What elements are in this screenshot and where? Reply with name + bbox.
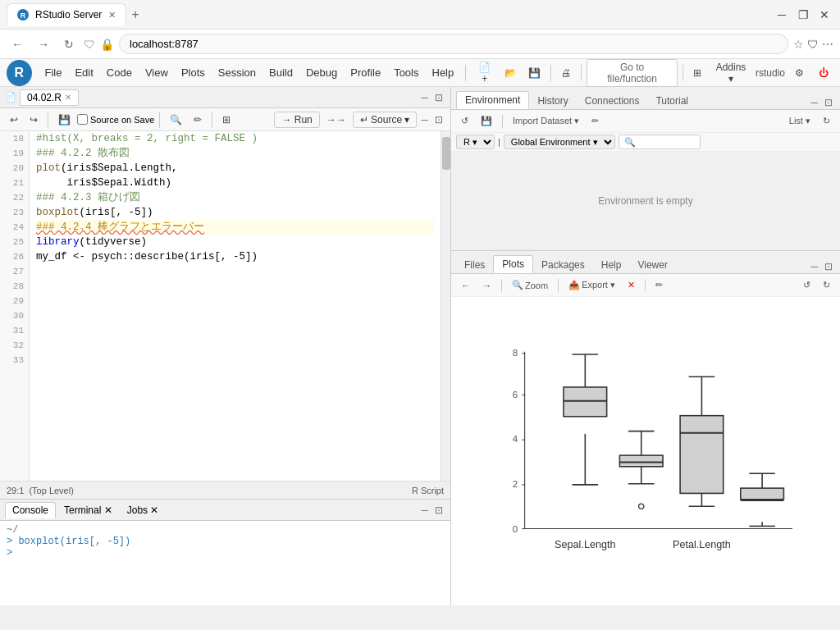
save-file-button[interactable]: 💾 bbox=[53, 112, 75, 128]
svg-text:6: 6 bbox=[513, 390, 518, 399]
forward-button[interactable]: → bbox=[33, 36, 54, 52]
window-controls: ─ ❐ ✕ bbox=[773, 6, 833, 24]
env-maximize-button[interactable]: ⊡ bbox=[822, 96, 835, 109]
terminal-tab[interactable]: Terminal ✕ bbox=[57, 503, 119, 518]
svg-rect-23 bbox=[619, 455, 663, 467]
editor-maximize-button[interactable]: ⊡ bbox=[432, 91, 445, 104]
menu-bar: FileEditCodeViewPlotsSessionBuildDebugPr… bbox=[39, 64, 461, 81]
code-format-button[interactable]: ⊞ bbox=[217, 112, 235, 128]
code-line: iris$Sepal.Width) bbox=[36, 176, 434, 190]
plots-refresh-button[interactable]: ↺ bbox=[798, 278, 815, 292]
tab-connections[interactable]: Connections bbox=[577, 93, 648, 109]
new-tab-button[interactable]: + bbox=[126, 7, 144, 22]
grid-button[interactable]: ⊞ bbox=[688, 65, 706, 81]
tab-viewer[interactable]: Viewer bbox=[629, 257, 675, 273]
maximize-button[interactable]: ❐ bbox=[794, 6, 812, 24]
menu-view[interactable]: View bbox=[139, 64, 175, 81]
code-toolbar-maximize[interactable]: ⊡ bbox=[432, 113, 445, 126]
shield-account-icon[interactable]: 🛡 bbox=[807, 38, 819, 51]
plots-options-button[interactable]: ↻ bbox=[818, 278, 835, 292]
tab-files[interactable]: Files bbox=[456, 257, 493, 273]
close-button[interactable]: ✕ bbox=[815, 6, 833, 24]
console-minimize-button[interactable]: ─ bbox=[418, 504, 431, 517]
console-content[interactable]: ~/ > boxplot(iris[, -5]) > bbox=[0, 521, 450, 605]
user-label: rstudio bbox=[756, 67, 785, 79]
brush-button[interactable]: ✏ bbox=[651, 278, 668, 292]
tab-plots[interactable]: Plots bbox=[493, 255, 533, 273]
search-button[interactable]: 🔍 bbox=[165, 112, 187, 128]
env-refresh2-button[interactable]: ↻ bbox=[818, 114, 835, 128]
menu-debug[interactable]: Debug bbox=[299, 64, 344, 81]
run-next-button[interactable]: →→ bbox=[322, 112, 351, 128]
tab-close-button[interactable]: ✕ bbox=[108, 10, 116, 21]
status-bar: 29:1 (Top Level) R Script bbox=[0, 481, 450, 499]
browser-titlebar: R RStudio Server ✕ + ─ ❐ ✕ bbox=[0, 0, 840, 30]
power-button[interactable]: ⏻ bbox=[814, 65, 833, 81]
source-on-save-checkbox[interactable] bbox=[77, 114, 88, 125]
goto-input[interactable]: Go to file/function bbox=[587, 59, 678, 87]
tab-packages[interactable]: Packages bbox=[533, 257, 593, 273]
plot-forward-button[interactable]: → bbox=[477, 279, 496, 292]
env-brush-button[interactable]: ✏ bbox=[587, 114, 604, 128]
menu-icon[interactable]: ⋯ bbox=[822, 38, 833, 51]
redo-button[interactable]: ↪ bbox=[25, 112, 43, 128]
editor-minimize-button[interactable]: ─ bbox=[418, 91, 431, 104]
save-button[interactable]: 💾 bbox=[523, 65, 546, 81]
env-save-button[interactable]: 💾 bbox=[476, 114, 497, 128]
svg-text:Petal.Length: Petal.Length bbox=[673, 539, 731, 550]
tab-history[interactable]: History bbox=[529, 93, 576, 109]
menu-code[interactable]: Code bbox=[100, 64, 139, 81]
code-toolbar-minimize[interactable]: ─ bbox=[418, 113, 431, 126]
menu-help[interactable]: Help bbox=[426, 64, 461, 81]
menu-build[interactable]: Build bbox=[262, 64, 299, 81]
menu-profile[interactable]: Profile bbox=[344, 64, 387, 81]
scroll-thumb[interactable] bbox=[442, 137, 450, 170]
magic-button[interactable]: ✏ bbox=[189, 112, 207, 128]
editor-file-tab[interactable]: 04.02.R ✕ bbox=[20, 89, 79, 106]
console-tab[interactable]: Console bbox=[5, 502, 56, 518]
import-dataset-button[interactable]: Import Dataset ▾ bbox=[508, 114, 584, 128]
env-search-input[interactable] bbox=[619, 135, 701, 149]
menu-edit[interactable]: Edit bbox=[68, 64, 99, 81]
run-button[interactable]: → Run bbox=[274, 112, 319, 128]
undo-button[interactable]: ↩ bbox=[5, 112, 23, 128]
reload-button[interactable]: ↻ bbox=[59, 36, 79, 52]
user-settings-button[interactable]: ⚙ bbox=[790, 65, 809, 81]
print-button[interactable]: 🖨 bbox=[556, 65, 576, 81]
list-view-button[interactable]: List ▾ bbox=[784, 114, 815, 128]
global-env-select[interactable]: Global Environment ▾ bbox=[504, 135, 615, 149]
menu-file[interactable]: File bbox=[39, 64, 69, 81]
back-button[interactable]: ← bbox=[7, 36, 28, 52]
plots-minimize-button[interactable]: ─ bbox=[808, 260, 820, 273]
tab-help[interactable]: Help bbox=[593, 257, 630, 273]
menu-plots[interactable]: Plots bbox=[175, 64, 212, 81]
menu-tools[interactable]: Tools bbox=[387, 64, 425, 81]
menu-session[interactable]: Session bbox=[212, 64, 262, 81]
new-file-button[interactable]: 📄+ bbox=[471, 59, 498, 87]
star-icon[interactable]: ☆ bbox=[793, 38, 804, 51]
export-button[interactable]: 📤 Export ▾ bbox=[564, 278, 620, 292]
console-maximize-button[interactable]: ⊡ bbox=[432, 504, 445, 517]
env-refresh-button[interactable]: ↺ bbox=[456, 114, 473, 128]
delete-plot-button[interactable]: ✕ bbox=[623, 278, 640, 292]
editor-scrollbar[interactable] bbox=[441, 131, 450, 481]
tab-environment[interactable]: Environment bbox=[456, 91, 529, 109]
plot-back-button[interactable]: ← bbox=[456, 279, 475, 292]
zoom-button[interactable]: 🔍 Zoom bbox=[507, 278, 553, 292]
open-file-button[interactable]: 📂 bbox=[500, 65, 522, 81]
r-version-select[interactable]: R ▾ bbox=[456, 135, 495, 149]
jobs-tab[interactable]: Jobs ✕ bbox=[121, 503, 166, 518]
plot-area: 0 2 4 6 8 bbox=[451, 297, 840, 605]
tab-tutorial[interactable]: Tutorial bbox=[647, 93, 696, 109]
addins-button[interactable]: Addins ▾ bbox=[708, 59, 754, 87]
code-content[interactable]: #hist(X, breaks = 2, right = FALSE )### … bbox=[30, 131, 441, 481]
minimize-button[interactable]: ─ bbox=[773, 6, 791, 24]
address-input[interactable] bbox=[119, 34, 788, 54]
plots-maximize-button[interactable]: ⊡ bbox=[822, 260, 835, 273]
code-editor[interactable]: 18192021222324252627282930313233 #hist(X… bbox=[0, 131, 450, 481]
source-button[interactable]: ↵ Source ▾ bbox=[353, 112, 418, 128]
editor-tab-close[interactable]: ✕ bbox=[65, 93, 71, 102]
svg-text:0: 0 bbox=[513, 524, 518, 534]
browser-tab[interactable]: R RStudio Server ✕ bbox=[7, 3, 126, 26]
env-minimize-button[interactable]: ─ bbox=[808, 96, 820, 109]
